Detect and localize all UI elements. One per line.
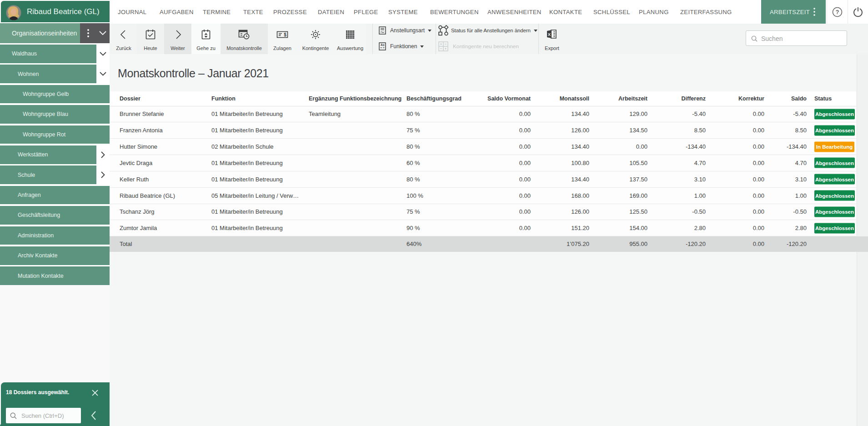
svg-text:A: A	[381, 43, 383, 46]
svg-text:?: ?	[835, 9, 839, 15]
svg-text:X: X	[548, 32, 551, 37]
svg-text:$: $	[284, 32, 286, 37]
